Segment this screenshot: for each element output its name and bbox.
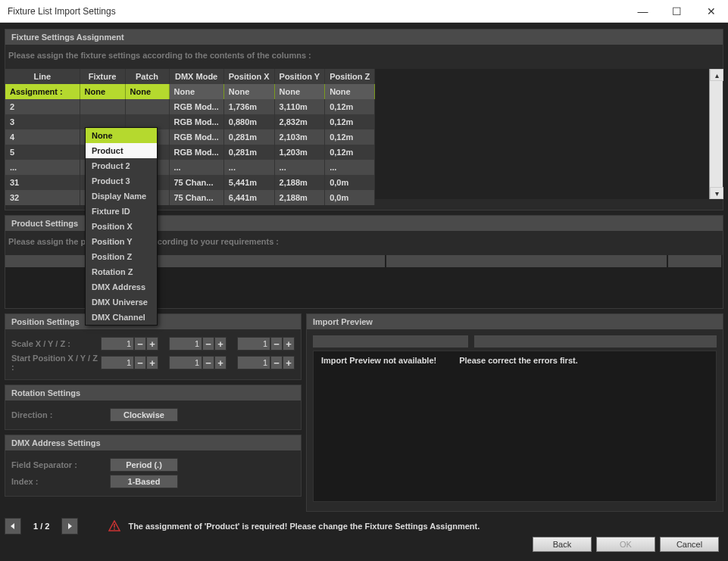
col-posz: Position Z <box>325 69 375 84</box>
fixture-table: Line Fixture Patch DMX Mode Position X P… <box>5 69 375 205</box>
dropdown-item-position-z[interactable]: Position Z <box>86 249 157 264</box>
scroll-up-icon[interactable]: ▴ <box>710 69 723 81</box>
start-position-input-y[interactable] <box>169 356 202 369</box>
assignment-pz[interactable]: None <box>325 84 375 99</box>
cell-dmx: RGB Mod... <box>169 129 223 145</box>
cell-py: 2,188m <box>274 190 325 205</box>
start-position-increment-x[interactable]: + <box>146 356 158 369</box>
product-col-2 <box>386 255 667 267</box>
cell-line: 5 <box>5 145 80 160</box>
table-row[interactable]: ............... <box>5 160 375 175</box>
maximize-icon[interactable]: ☐ <box>660 0 694 22</box>
cell-py: 2,103m <box>274 129 325 145</box>
scale-input-z[interactable] <box>237 337 270 351</box>
dropdown-item-dmx-universe[interactable]: DMX Universe <box>86 295 157 310</box>
dropdown-item-dmx-channel[interactable]: DMX Channel <box>86 310 157 325</box>
minimize-icon[interactable]: — <box>626 0 660 22</box>
table-row[interactable]: 4RGB Mod...0,281m2,103m0,12m <box>5 129 375 145</box>
start-position-decrement-y[interactable]: − <box>202 356 214 369</box>
rotation-settings-header: Rotation Settings <box>5 385 301 400</box>
prev-page-button[interactable] <box>5 518 21 535</box>
cell-pz: 0,12m <box>325 99 375 114</box>
table-row[interactable]: 2RGB Mod...1,736m3,110m0,12m <box>5 99 375 114</box>
separator-dropdown[interactable]: Period (.) <box>110 458 178 472</box>
dropdown-item-product-2[interactable]: Product 2 <box>86 158 157 173</box>
cell-patch <box>125 99 169 114</box>
dropdown-item-position-y[interactable]: Position Y <box>86 234 157 249</box>
table-row[interactable]: 3275 Chan...6,441m2,188m0,0m <box>5 190 375 205</box>
cell-line: 3 <box>5 114 80 129</box>
svg-rect-1 <box>114 528 116 530</box>
start-position-increment-y[interactable]: + <box>214 356 227 369</box>
scale-decrement-y[interactable]: − <box>202 337 214 351</box>
col-fixture: Fixture <box>80 69 125 84</box>
window-title: Fixture List Import Settings <box>8 6 116 17</box>
dropdown-item-display-name[interactable]: Display Name <box>86 189 157 204</box>
product-col-3 <box>668 255 721 267</box>
table-row[interactable]: 3RGB Mod...0,880m2,832m0,12m <box>5 114 375 129</box>
scale-input-y[interactable] <box>169 337 202 351</box>
dropdown-item-dmx-address[interactable]: DMX Address <box>86 279 157 295</box>
direction-dropdown[interactable]: Clockwise <box>110 408 178 422</box>
cell-px: 5,441m <box>223 175 274 190</box>
scale-input-x[interactable] <box>101 337 134 351</box>
cell-line: 4 <box>5 129 80 145</box>
table-row[interactable]: 5RGB Mod...0,281m1,203m0,12m <box>5 145 375 160</box>
dropdown-item-product-3[interactable]: Product 3 <box>86 173 157 189</box>
cell-line: 32 <box>5 190 80 205</box>
scale-increment-x[interactable]: + <box>146 337 158 351</box>
cell-line: 31 <box>5 175 80 190</box>
cell-py: 2,832m <box>274 114 325 129</box>
col-posy: Position Y <box>274 69 325 84</box>
cell-fixture <box>80 99 125 114</box>
import-preview-panel: Import Preview Import Preview not availa… <box>306 313 723 512</box>
start-position-decrement-z[interactable]: − <box>270 356 283 369</box>
preview-col-right <box>474 335 717 348</box>
cell-pz: 0,12m <box>325 145 375 160</box>
vertical-scrollbar[interactable]: ▴ ▾ <box>709 69 723 199</box>
footer: 1 / 2 The assignment of 'Product' is req… <box>5 518 723 535</box>
index-dropdown[interactable]: 1-Based <box>110 475 178 488</box>
table-row[interactable]: 3175 Chan...5,441m2,188m0,0m <box>5 175 375 190</box>
fixture-settings-header: Fixture Settings Assignment <box>5 30 723 45</box>
dropdown-item-rotation-z[interactable]: Rotation Z <box>86 264 157 279</box>
close-icon[interactable]: ✕ <box>694 0 728 22</box>
rotation-settings-panel: Rotation Settings Direction : Clockwise <box>5 385 302 430</box>
dropdown-item-fixture-id[interactable]: Fixture ID <box>86 204 157 219</box>
separator-label: Field Separator : <box>11 460 110 469</box>
dropdown-item-position-x[interactable]: Position X <box>86 219 157 234</box>
start-position-increment-z[interactable]: + <box>283 356 295 369</box>
dropdown-item-none[interactable]: None <box>86 128 157 143</box>
assignment-py[interactable]: None <box>274 84 325 99</box>
cell-pz: 0,12m <box>325 129 375 145</box>
product-col-1 <box>5 255 385 267</box>
col-patch: Patch <box>125 69 169 84</box>
scale-decrement-x[interactable]: − <box>134 337 146 351</box>
fixture-assignment-dropdown[interactable]: NoneProductProduct 2Product 3Display Nam… <box>85 127 158 326</box>
dropdown-item-product[interactable]: Product <box>86 143 157 158</box>
start-position-decrement-x[interactable]: − <box>134 356 146 369</box>
ok-button[interactable]: OK <box>596 537 655 552</box>
cell-py: ... <box>274 160 325 175</box>
assignment-patch[interactable]: None <box>125 84 169 99</box>
start-position-input-x[interactable] <box>101 356 134 369</box>
assignment-fixture[interactable]: None <box>80 84 125 99</box>
assignment-px[interactable]: None <box>223 84 274 99</box>
cell-pz: 0,0m <box>325 175 375 190</box>
col-dmxmode: DMX Mode <box>169 69 223 84</box>
scale-increment-y[interactable]: + <box>214 337 227 351</box>
cancel-button[interactable]: Cancel <box>660 537 719 552</box>
preview-col-left <box>313 335 468 348</box>
scale-increment-z[interactable]: + <box>283 337 295 351</box>
assignment-dmx[interactable]: None <box>169 84 223 99</box>
scroll-down-icon[interactable]: ▾ <box>710 187 723 199</box>
start-position-input-z[interactable] <box>237 356 270 369</box>
cell-dmx: 75 Chan... <box>169 175 223 190</box>
back-button[interactable]: Back <box>533 537 592 552</box>
cell-line: 2 <box>5 99 80 114</box>
cell-dmx: RGB Mod... <box>169 114 223 129</box>
scale-decrement-z[interactable]: − <box>270 337 283 351</box>
next-page-button[interactable] <box>61 518 78 535</box>
cell-px: 0,880m <box>223 114 274 129</box>
cell-px: 6,441m <box>223 190 274 205</box>
